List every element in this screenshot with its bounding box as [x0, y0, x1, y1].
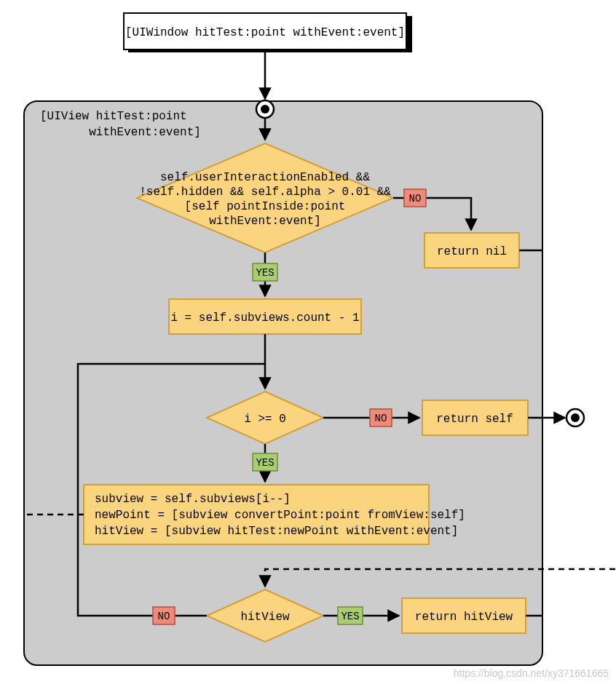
badge-d3-yes-text: YES: [341, 611, 359, 622]
loop-body-line2: newPoint = [subview convertPoint:point f…: [95, 509, 465, 522]
badge-d3-no-text: NO: [158, 611, 170, 622]
badge-d1-yes-text: YES: [256, 267, 274, 279]
init-i-text: i = self.subviews.count - 1: [170, 311, 359, 325]
loop-body-line3: hitView = [subview hitTest:newPoint with…: [95, 525, 458, 538]
return-self-text: return self: [436, 413, 513, 426]
decision-1-line4: withEvent:event]: [209, 215, 321, 228]
start-node-inner: [261, 105, 269, 114]
decision-2-text: i >= 0: [244, 413, 286, 426]
badge-d2-no-text: NO: [375, 413, 387, 424]
return-hitview-text: return hitView: [415, 611, 513, 624]
loop-body-line1: subview = self.subviews[i--]: [95, 493, 291, 506]
decision-1-line3: [self pointInside:point: [185, 200, 346, 213]
badge-d2-yes-text: YES: [256, 457, 274, 469]
decision-3-text: hitView: [240, 611, 290, 624]
container-label-line1: [UIView hitTest:point: [40, 110, 187, 123]
decision-1-line2: !self.hidden && self.alpha > 0.01 &&: [139, 186, 391, 199]
return-nil-text: return nil: [437, 245, 507, 258]
decision-1-line1: self.userInteractionEnabled &&: [160, 171, 370, 184]
title-box-text: [UIWindow hitTest:point withEvent:event]: [125, 26, 405, 39]
flowchart-diagram: [UIWindow hitTest:point withEvent:event]…: [0, 0, 616, 687]
end-node-inner: [571, 413, 580, 422]
watermark-text: https://blog.csdn.net/xy371661665: [454, 667, 609, 679]
badge-d1-no-text: NO: [409, 193, 422, 204]
container-label-line2: withEvent:event]: [40, 126, 201, 139]
